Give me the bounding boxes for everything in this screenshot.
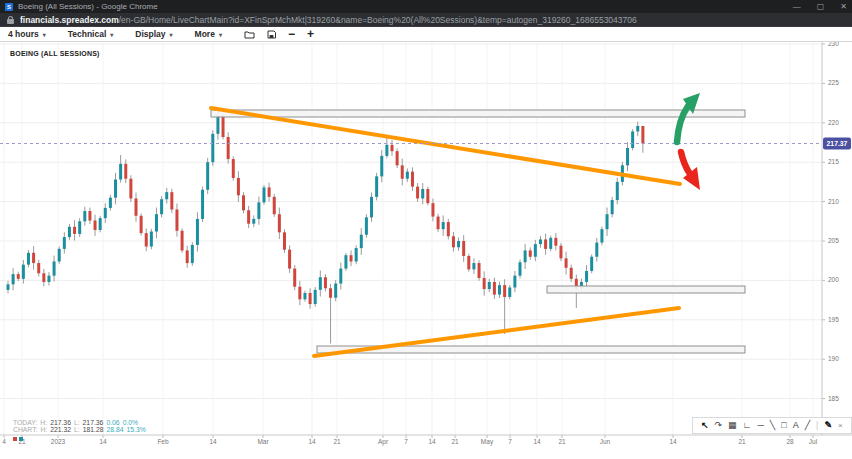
down-candle xyxy=(268,187,271,196)
down-candle xyxy=(503,285,506,297)
more-menu[interactable]: More ▾ xyxy=(195,29,222,39)
x-tick-label: 14 xyxy=(428,438,436,445)
up-candle xyxy=(606,214,609,229)
up-candle xyxy=(257,202,260,219)
up-candle xyxy=(206,162,209,190)
up-candle xyxy=(406,172,409,179)
text-tool-icon[interactable]: A xyxy=(793,418,799,433)
up-candle xyxy=(534,244,537,257)
up-candle xyxy=(442,222,445,229)
up-candle xyxy=(114,180,117,198)
chart-high: 221.32 xyxy=(50,426,71,433)
pencil-icon[interactable]: ✎ xyxy=(824,418,832,433)
x-tick-label: 21 xyxy=(738,438,746,445)
down-candle xyxy=(483,278,486,289)
down-candle xyxy=(431,203,434,216)
down-candle xyxy=(237,178,240,195)
up-candle xyxy=(191,245,194,263)
y-tick-label: 195 xyxy=(828,316,839,323)
down-candle xyxy=(426,189,429,203)
x-tick-label: 21 xyxy=(451,438,459,445)
x-tick-label: Apr xyxy=(378,438,389,446)
horizontal-line-icon[interactable]: ─ xyxy=(757,418,763,433)
x-tick-label: Jun xyxy=(600,438,611,445)
drawing-toolbar: ↖↷▦∟─╲□A╱|✎× xyxy=(692,417,852,434)
up-candle xyxy=(68,227,71,237)
minimize-button[interactable]: — xyxy=(793,3,801,11)
down-candle xyxy=(88,211,91,220)
technical-menu[interactable]: Technical ▾ xyxy=(68,29,114,39)
down-candle xyxy=(37,263,40,273)
axes-icon[interactable]: ∟ xyxy=(743,418,752,433)
up-candle xyxy=(150,232,153,247)
up-candle xyxy=(63,237,66,249)
x-tick-label: 7 xyxy=(404,438,408,445)
up-candle xyxy=(365,217,368,234)
up-candle xyxy=(539,239,542,244)
down-candle xyxy=(242,195,245,210)
trendline-icon[interactable]: ╲ xyxy=(770,418,775,433)
today-stats-row: TODAY:H:217.36L:217.360.060.0% xyxy=(13,419,149,426)
up-candle xyxy=(334,284,337,298)
candlestick-chart[interactable]: 230225220215210205200195190185421202314F… xyxy=(0,42,852,459)
up-candle xyxy=(421,189,424,198)
low-label: L: xyxy=(74,426,80,433)
chart-stats-row: CHART:H:221.32L:181.2828.8415.3% xyxy=(13,426,149,433)
down-candle xyxy=(273,197,276,214)
up-candle xyxy=(549,238,552,249)
down-candle xyxy=(554,238,557,246)
up-candle xyxy=(109,198,112,208)
down-candle xyxy=(288,250,291,269)
zoom-in-button[interactable]: + xyxy=(307,29,314,39)
redo-icon[interactable]: ↷ xyxy=(715,418,723,433)
up-candle xyxy=(263,187,266,202)
timeframe-menu[interactable]: 4 hours ▾ xyxy=(8,29,46,39)
pointer-icon[interactable]: ↖ xyxy=(701,418,709,433)
up-candle xyxy=(611,200,614,214)
close-toolbar-icon[interactable]: × xyxy=(838,418,843,433)
close-button[interactable]: ✕ xyxy=(840,3,847,11)
open-folder-icon[interactable] xyxy=(244,30,255,39)
up-candle xyxy=(22,265,25,279)
url-text[interactable]: financials.spreadex.com/en-GB/Home/LiveC… xyxy=(20,15,845,25)
chart-area[interactable]: 230225220215210205200195190185421202314F… xyxy=(0,42,852,459)
x-tick-label: May xyxy=(481,438,494,446)
y-tick-label: 230 xyxy=(828,42,839,47)
down-candle xyxy=(232,159,235,178)
display-menu[interactable]: Display ▾ xyxy=(135,29,172,39)
down-candle xyxy=(570,268,573,279)
zoom-out-button[interactable]: − xyxy=(288,29,295,39)
address-bar[interactable]: financials.spreadex.com/en-GB/Home/LiveC… xyxy=(0,13,852,27)
price-zone-band xyxy=(211,110,745,117)
x-tick-label: Mar xyxy=(257,438,269,445)
up-candle xyxy=(498,285,501,294)
down-candle xyxy=(324,277,327,288)
chart-toolbar: 4 hours ▾ Technical ▾ Display ▾ More ▾ −… xyxy=(0,27,852,42)
x-tick-label: Jul xyxy=(809,438,818,445)
down-candle xyxy=(140,216,143,233)
diagonal-line-icon[interactable]: ╱ xyxy=(805,418,810,433)
up-candle-swatch-icon xyxy=(19,437,23,441)
grid-icon[interactable]: ▦ xyxy=(728,418,737,433)
low-label: L: xyxy=(74,419,80,426)
up-candle xyxy=(370,197,373,217)
down-candle xyxy=(227,137,230,159)
up-candle xyxy=(360,235,363,248)
up-candle xyxy=(211,134,214,162)
down-candle xyxy=(396,151,399,165)
down-candle xyxy=(437,217,440,230)
save-icon[interactable] xyxy=(267,30,276,39)
x-tick-label: 7 xyxy=(508,438,512,445)
x-tick-label: 21 xyxy=(333,438,341,445)
maximize-button[interactable]: ▢ xyxy=(817,3,825,11)
up-candle xyxy=(155,214,158,231)
x-tick-label: Feb xyxy=(157,438,169,445)
down-candle xyxy=(17,274,20,279)
down-candle xyxy=(181,231,184,251)
down-candle xyxy=(401,165,404,178)
rectangle-icon[interactable]: □ xyxy=(781,418,786,433)
technical-label: Technical xyxy=(68,29,107,39)
down-candle xyxy=(73,227,76,234)
x-tick-label: 4 xyxy=(2,438,6,445)
up-candle xyxy=(585,271,588,282)
